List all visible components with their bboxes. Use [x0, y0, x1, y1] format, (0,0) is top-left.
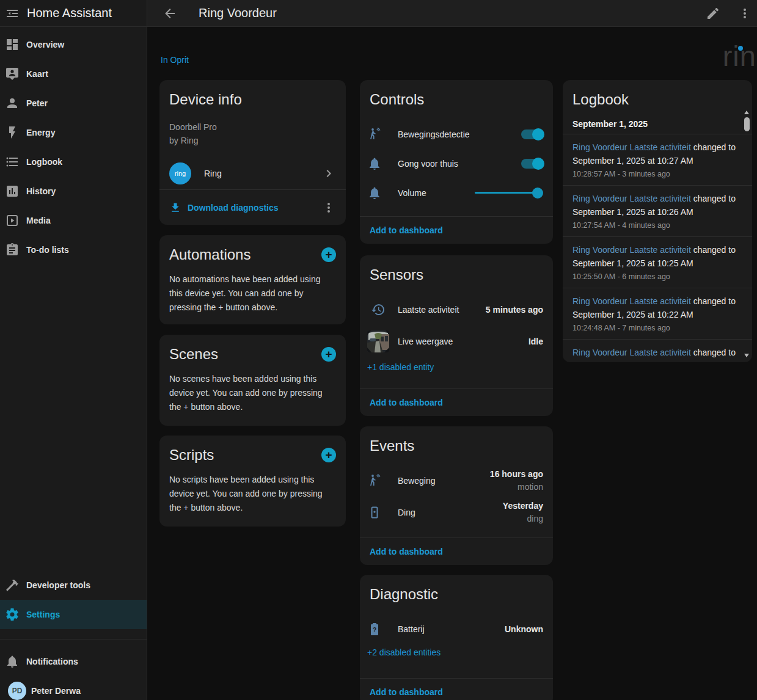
- automations-empty-text: No automations have been added using thi…: [169, 272, 336, 315]
- sidebar-divider: [0, 639, 147, 640]
- sidebar-item-history[interactable]: History: [0, 177, 147, 206]
- entity-row-ding[interactable]: Ding Yesterday ding: [360, 497, 553, 528]
- sidebar-item-todo[interactable]: To-do lists: [0, 235, 147, 264]
- entity-value: Yesterday ding: [503, 500, 543, 525]
- entity-row-batterij[interactable]: ? Batterij Unknown: [360, 614, 553, 644]
- add-automation-button[interactable]: [321, 247, 336, 262]
- integration-row-ring[interactable]: ring Ring: [169, 160, 336, 187]
- sidebar-item-developer-tools[interactable]: Developer tools: [0, 571, 147, 600]
- back-arrow-icon[interactable]: [163, 6, 177, 21]
- sidebar-item-energy[interactable]: Energy: [0, 118, 147, 147]
- add-to-dashboard-link[interactable]: Add to dashboard: [370, 225, 443, 235]
- scroll-up-arrow-icon[interactable]: [744, 111, 749, 114]
- ring-integration-logo: ring: [169, 162, 191, 184]
- logbook-entry[interactable]: Ring Voordeur Laatste activiteit changed…: [563, 288, 752, 339]
- entity-link[interactable]: Ring Voordeur Laatste activiteit: [572, 194, 691, 203]
- volume-slider-knob[interactable]: [532, 188, 543, 199]
- logbook-entry[interactable]: Ring Voordeur Laatste activiteit changed…: [563, 185, 752, 236]
- ring-logo-dot: [738, 46, 743, 51]
- card-title: Device info: [169, 90, 336, 109]
- logbook-date-header: September 1, 2025: [572, 119, 742, 129]
- home-assistant-app: Home Assistant Overview Kaart Peter Ener…: [0, 0, 757, 700]
- sidebar-item-peter[interactable]: Peter: [0, 89, 147, 118]
- device-info-actions: Download diagnostics: [159, 189, 346, 225]
- sidebar-item-label: Developer tools: [26, 580, 90, 590]
- sidebar-header: Home Assistant: [0, 0, 147, 27]
- entity-link[interactable]: Ring Voordeur Laatste activiteit: [572, 348, 691, 357]
- download-diagnostics-button[interactable]: Download diagnostics: [188, 203, 279, 213]
- sidebar-item-label: To-do lists: [26, 245, 69, 255]
- log-timestamp: 10:24:48 AM - 7 minutes ago: [572, 324, 737, 333]
- sensors-footer: Add to dashboard: [360, 388, 553, 416]
- column-right: Logbook September 1, 2025 Ring Voordeur …: [563, 80, 752, 362]
- history-clock-icon: [371, 302, 386, 317]
- gear-icon: [5, 607, 20, 622]
- entity-row-beweging[interactable]: Beweging 16 hours ago motion: [360, 465, 553, 497]
- log-timestamp: 10:25:50 AM - 6 minutes ago: [572, 272, 737, 282]
- scroll-down-arrow-icon[interactable]: [744, 354, 749, 357]
- device-page-content: In Oprit ring Device info Doorbell Pro b…: [147, 27, 757, 700]
- in-home-chime-toggle[interactable]: [521, 159, 543, 169]
- card-title: Controls: [370, 90, 543, 109]
- bell-icon: [367, 156, 382, 171]
- sidebar-item-label: Logbook: [26, 157, 62, 167]
- entity-row-laatste-activiteit[interactable]: Laatste activiteit 5 minutes ago: [360, 295, 553, 324]
- entity-value: 5 minutes ago: [486, 305, 543, 315]
- sidebar-item-kaart[interactable]: Kaart: [0, 59, 147, 89]
- entity-link[interactable]: Ring Voordeur Laatste activiteit: [572, 245, 691, 255]
- entity-label: Ding: [398, 508, 503, 517]
- overflow-menu-icon[interactable]: [737, 6, 752, 21]
- sidebar-item-media[interactable]: Media: [0, 206, 147, 235]
- lightning-icon: [5, 125, 20, 140]
- scrollbar-thumb[interactable]: [744, 117, 750, 131]
- automations-card: Automations No automations have been add…: [159, 235, 346, 324]
- card-title: Automations: [169, 245, 251, 264]
- entity-link[interactable]: Ring Voordeur Laatste activiteit: [572, 296, 691, 306]
- sensors-card: Sensors Laatste activiteit 5 minutes ago…: [360, 255, 553, 416]
- disabled-entities-link[interactable]: +2 disabled entities: [367, 647, 543, 657]
- motion-sensor-icon: [367, 127, 382, 142]
- logbook-entry[interactable]: Ring Voordeur Laatste activiteit changed…: [563, 339, 752, 362]
- sidebar-item-settings[interactable]: Settings: [0, 600, 147, 629]
- device-model: Doorbell Pro by Ring: [169, 120, 336, 147]
- sidebar-item-notifications[interactable]: Notifications: [0, 647, 147, 676]
- camera-thumbnail[interactable]: [367, 330, 389, 352]
- add-to-dashboard-link[interactable]: Add to dashboard: [370, 687, 443, 697]
- card-title: Diagnostic: [370, 585, 543, 604]
- sidebar-item-label: Energy: [26, 128, 55, 137]
- volume-slider[interactable]: [475, 187, 543, 199]
- scripts-card: Scripts No scripts have been added using…: [159, 436, 346, 527]
- controls-card: Controls Bewegingsdetectie Gong voor thu…: [360, 80, 553, 244]
- sidebar-collapse-icon[interactable]: [5, 6, 20, 21]
- battery-unknown-icon: ?: [367, 622, 382, 636]
- sidebar-item-logbook[interactable]: Logbook: [0, 147, 147, 177]
- disabled-entities-link[interactable]: +1 disabled entity: [367, 362, 543, 372]
- entity-label: Volume: [398, 188, 475, 198]
- svg-text:?: ?: [373, 627, 376, 633]
- add-to-dashboard-link[interactable]: Add to dashboard: [370, 547, 443, 556]
- log-timestamp: 10:27:54 AM - 4 minutes ago: [572, 221, 737, 230]
- area-link[interactable]: In Oprit: [161, 55, 189, 65]
- add-script-button[interactable]: [321, 448, 336, 462]
- sidebar-item-label: Notifications: [26, 657, 78, 666]
- main-area: Ring Voordeur In Oprit ring Device info …: [147, 0, 757, 700]
- entity-row-live-weergave[interactable]: Live weergave Idle: [360, 324, 553, 359]
- topbar: Ring Voordeur: [147, 0, 757, 27]
- motion-detection-toggle[interactable]: [521, 129, 543, 139]
- logbook-entry[interactable]: Ring Voordeur Laatste activiteit changed…: [563, 134, 752, 185]
- entity-link[interactable]: Ring Voordeur Laatste activiteit: [572, 142, 691, 152]
- logbook-scrollbar[interactable]: [744, 111, 750, 357]
- sidebar-item-overview[interactable]: Overview: [0, 30, 147, 59]
- sidebar-bottom: Developer tools Settings Notifications P…: [0, 571, 147, 700]
- page-title: Ring Voordeur: [199, 6, 277, 20]
- device-overflow-menu-icon[interactable]: [321, 200, 336, 215]
- profile-name: Peter Derwa: [31, 686, 81, 696]
- entity-row-bewegingsdetectie: Bewegingsdetectie: [360, 120, 553, 149]
- edit-pencil-icon[interactable]: [706, 6, 720, 21]
- add-scene-button[interactable]: [321, 347, 336, 362]
- add-to-dashboard-link[interactable]: Add to dashboard: [370, 398, 443, 407]
- sidebar-item-profile[interactable]: PD Peter Derwa: [0, 676, 147, 700]
- entity-value: Unknown: [505, 624, 543, 634]
- device-info-card: Device info Doorbell Pro by Ring ring Ri…: [159, 80, 346, 225]
- logbook-entry[interactable]: Ring Voordeur Laatste activiteit changed…: [563, 236, 752, 288]
